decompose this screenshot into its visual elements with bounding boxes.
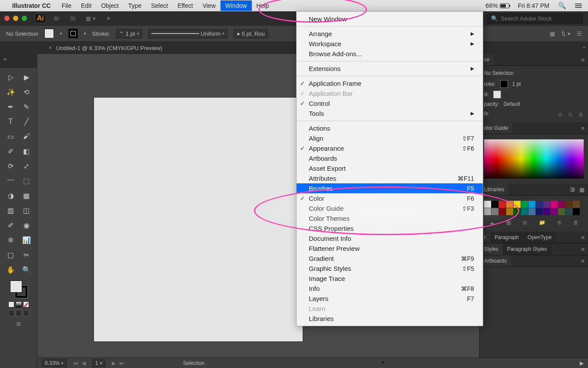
menu-item-appearance[interactable]: ✓Appearance⇧F6: [297, 143, 483, 153]
clock[interactable]: Fri 8:47 PM: [518, 2, 549, 9]
swatch[interactable]: [491, 201, 498, 208]
pen-tool-icon[interactable]: ✒: [4, 100, 18, 113]
close-icon[interactable]: [4, 16, 10, 21]
delete-swatch-icon[interactable]: 🗑: [573, 219, 578, 226]
libraries-tab[interactable]: Libraries≡ ☰ ▦: [480, 184, 588, 196]
stroke-label[interactable]: Stroke:: [92, 30, 110, 37]
artboard-number[interactable]: 1▾: [92, 359, 105, 367]
swatch[interactable]: [528, 201, 535, 208]
free-transform-tool-icon[interactable]: ⬚: [20, 174, 33, 187]
fx-icon[interactable]: fx.: [484, 111, 490, 117]
menu-item-css-properties[interactable]: CSS Properties: [297, 223, 483, 233]
swatch[interactable]: [573, 201, 580, 208]
swatch[interactable]: [514, 201, 521, 208]
swatch[interactable]: [506, 201, 513, 208]
menu-view[interactable]: View: [198, 0, 220, 11]
menu-help[interactable]: Help: [252, 0, 274, 11]
menu-item-image-trace[interactable]: Image Trace: [297, 273, 483, 284]
artboards-tab[interactable]: Artboards≡: [480, 255, 588, 267]
curvature-tool-icon[interactable]: ✎: [20, 100, 33, 113]
tab-opentype[interactable]: OpenType: [523, 232, 556, 243]
swatch[interactable]: [491, 208, 498, 215]
paintbrush-tool-icon[interactable]: 🖌: [20, 130, 33, 143]
line-tool-icon[interactable]: ╱: [20, 115, 33, 128]
align-icons[interactable]: ▦: [550, 30, 555, 37]
menu-item-attributes[interactable]: Attributes⌘F11: [297, 173, 483, 183]
minimize-icon[interactable]: [13, 16, 18, 21]
transform-icon[interactable]: ⇅ ▾: [561, 30, 571, 37]
menu-item-application-frame[interactable]: ✓Application Frame: [297, 78, 483, 88]
selection-tool-icon[interactable]: ▷: [4, 71, 18, 84]
menu-item-arrange[interactable]: Arrange▶: [297, 29, 483, 39]
swatch[interactable]: [565, 208, 572, 215]
blend-tool-icon[interactable]: ◉: [20, 219, 33, 232]
battery-status[interactable]: 66%: [486, 2, 509, 9]
swatch[interactable]: [514, 208, 521, 215]
props-fill-swatch[interactable]: [493, 91, 501, 98]
menu-item-layers[interactable]: LayersF7: [297, 294, 483, 304]
menu-item-artboards[interactable]: Artboards: [297, 153, 483, 163]
list-view-icon[interactable]: ☰: [570, 186, 575, 193]
swatch[interactable]: [506, 208, 513, 215]
colorguide-tab[interactable]: olor Guide≡: [480, 122, 588, 134]
menu-effect[interactable]: Effect: [173, 0, 198, 11]
menu-item-control[interactable]: ✓Control: [297, 98, 483, 108]
menu-select[interactable]: Select: [146, 0, 173, 11]
swatch[interactable]: [536, 201, 543, 208]
color-spectrum[interactable]: [484, 139, 584, 179]
stock-icon[interactable]: St: [67, 14, 78, 23]
menu-type[interactable]: Type: [124, 0, 146, 11]
props-opacity-val[interactable]: Default: [504, 101, 520, 107]
gpu-icon[interactable]: ✈: [104, 14, 114, 23]
graph-tool-icon[interactable]: 📊: [20, 233, 33, 246]
stroke-profile[interactable]: Uniform▾: [148, 29, 228, 38]
swatch[interactable]: [528, 208, 535, 215]
menu-item-workspace[interactable]: Workspace▶: [297, 39, 483, 49]
panel-menu-icon[interactable]: ≡: [578, 256, 588, 266]
new-group-icon[interactable]: 📁: [539, 219, 545, 226]
color-mode-icons[interactable]: [8, 301, 29, 307]
direct-selection-tool-icon[interactable]: ▶: [20, 71, 33, 84]
tab-close-icon[interactable]: ×: [49, 45, 52, 51]
swatch[interactable]: [551, 208, 558, 215]
arrange-docs-icon[interactable]: ▦ ▾: [83, 14, 98, 23]
slice-tool-icon[interactable]: ✂: [20, 248, 33, 261]
width-tool-icon[interactable]: 〰: [4, 174, 18, 187]
type-tool-icon[interactable]: T: [4, 115, 18, 128]
document-tab[interactable]: × Untitled-1 @ 8.33% (CMYK/GPU Preview): [43, 43, 167, 54]
swatch[interactable]: [484, 201, 491, 208]
gradient-tool-icon[interactable]: ◫: [20, 204, 33, 217]
menu-item-asset-export[interactable]: Asset Export: [297, 163, 483, 173]
pref-icon[interactable]: ☰: [577, 30, 582, 37]
stroke-weight-input[interactable]: ⌃1 pt▾: [116, 29, 142, 38]
app-name[interactable]: Illustrator CC: [12, 2, 51, 9]
panel-menu-icon[interactable]: ≡: [578, 244, 588, 254]
zoom-tool-icon[interactable]: 🔍: [20, 263, 33, 276]
brush-def[interactable]: ●5 pt. Rou: [234, 29, 268, 38]
swatch[interactable]: [484, 208, 491, 215]
status-more-icon[interactable]: ▶: [580, 360, 584, 366]
swatch-libs-icon[interactable]: ☁: [489, 219, 494, 226]
perspective-tool-icon[interactable]: ▦: [20, 189, 33, 202]
menu-item-color-guide[interactable]: Color Guide⇧F3: [297, 203, 483, 213]
draw-mode-icons[interactable]: [8, 310, 29, 316]
mesh-tool-icon[interactable]: ▥: [4, 204, 18, 217]
screen-mode-icon[interactable]: ⧉: [17, 321, 20, 327]
panel-menu-icon[interactable]: ≡: [578, 233, 588, 243]
menu-window[interactable]: Window: [220, 0, 252, 11]
rectangle-tool-icon[interactable]: ▭: [4, 130, 18, 143]
menu-scroll-down-icon[interactable]: ▼: [380, 359, 386, 366]
stroke-dd-icon[interactable]: ▾: [84, 31, 86, 36]
menu-object[interactable]: Object: [96, 0, 123, 11]
swatch[interactable]: [551, 201, 558, 208]
props-stroke-val[interactable]: 1 pt: [512, 81, 521, 87]
menu-item-graphic-styles[interactable]: Graphic Styles⇧F5: [297, 263, 483, 273]
menu-file[interactable]: File: [57, 0, 77, 11]
artboard-nav-next[interactable]: ▶⏭: [110, 360, 126, 366]
swatch[interactable]: [543, 201, 550, 208]
fill-stroke-control[interactable]: [10, 280, 27, 298]
menu-item-align[interactable]: Align⇧F7: [297, 133, 483, 143]
fill-swatch[interactable]: [44, 29, 54, 38]
tab-para-styles[interactable]: Paragraph Styles: [503, 243, 551, 255]
swatch[interactable]: [558, 201, 565, 208]
